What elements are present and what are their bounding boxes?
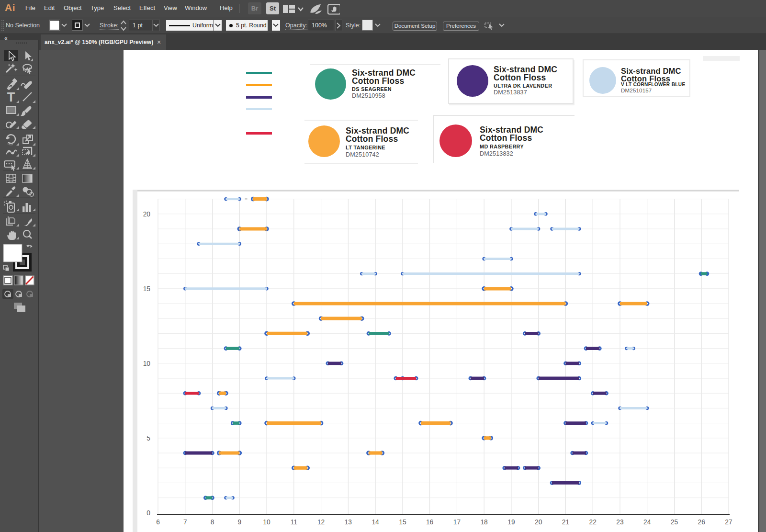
svg-text:19: 19 — [507, 519, 515, 526]
svg-text:20: 20 — [143, 211, 151, 218]
svg-text:13: 13 — [345, 519, 352, 526]
svg-text:22: 22 — [589, 519, 597, 526]
svg-text:6: 6 — [156, 519, 160, 526]
svg-text:24: 24 — [643, 519, 651, 526]
svg-text:15: 15 — [143, 285, 151, 293]
svg-text:T: T — [7, 90, 15, 104]
svg-text:11: 11 — [291, 519, 297, 526]
svg-text:27: 27 — [725, 519, 732, 526]
svg-text:17: 17 — [453, 519, 461, 526]
svg-text:21: 21 — [562, 519, 569, 526]
svg-text:15: 15 — [399, 519, 406, 526]
svg-text:10: 10 — [263, 519, 270, 526]
svg-text:0: 0 — [146, 509, 150, 517]
svg-text:16: 16 — [426, 519, 434, 526]
svg-text:10: 10 — [143, 360, 151, 367]
svg-text:7: 7 — [183, 519, 187, 526]
svg-text:9: 9 — [237, 519, 241, 526]
svg-text:25: 25 — [671, 519, 678, 526]
svg-text:23: 23 — [616, 519, 624, 526]
svg-text:26: 26 — [698, 519, 706, 526]
svg-text:20: 20 — [535, 519, 542, 526]
svg-text:8: 8 — [211, 519, 214, 526]
svg-text:18: 18 — [480, 519, 488, 526]
svg-text:5: 5 — [146, 435, 150, 442]
svg-text:14: 14 — [372, 519, 379, 526]
svg-text:12: 12 — [317, 519, 325, 526]
